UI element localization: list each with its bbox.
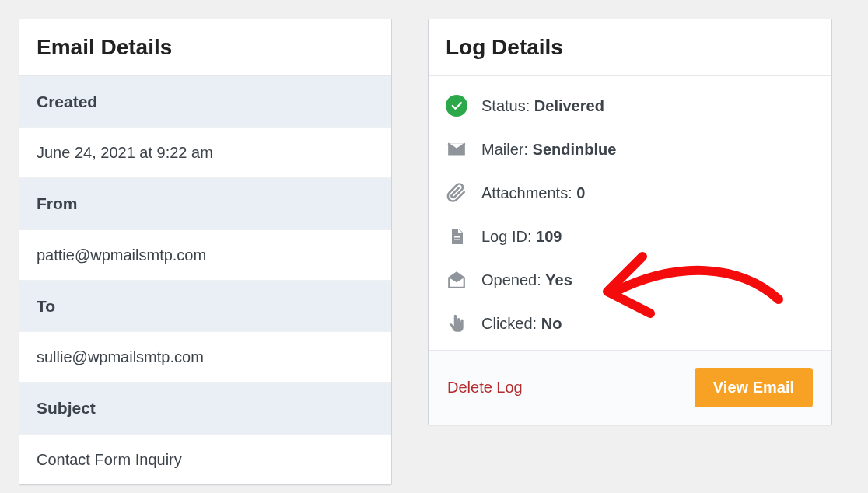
check-circle-icon [446,95,467,117]
mailer-text: Mailer: Sendinblue [481,141,616,159]
pointer-icon [446,313,467,334]
attachments-row: Attachments: 0 [446,171,814,215]
created-value: June 24, 2021 at 9:22 am [19,128,391,178]
paperclip-icon [446,182,467,204]
delete-log-link[interactable]: Delete Log [447,379,523,397]
from-label: From [19,178,391,229]
logid-row: Log ID: 109 [446,215,814,258]
created-label: Created [19,76,391,128]
envelope-open-icon [446,269,467,291]
email-details-title: Email Details [19,19,391,76]
clicked-row: Clicked: No [446,302,814,345]
status-row: Status: Delivered [446,84,814,128]
file-icon [446,226,467,247]
email-details-panel: Email Details Created June 24, 2021 at 9… [19,19,392,485]
opened-text: Opened: Yes [481,271,572,289]
mailer-row: Mailer: Sendinblue [446,128,814,171]
to-label: To [19,281,391,332]
attachments-text: Attachments: 0 [481,184,585,202]
log-footer: Delete Log View Email [429,350,831,425]
log-details-body: Status: Delivered Mailer: Sendinblue Att… [429,76,831,350]
subject-value: Contact Form Inquiry [19,435,391,484]
subject-label: Subject [19,383,391,434]
view-email-button[interactable]: View Email [695,368,813,407]
log-details-title: Log Details [429,19,831,76]
from-value: pattie@wpmailsmtp.com [19,230,391,281]
to-value: sullie@wpmailsmtp.com [19,332,391,383]
clicked-text: Clicked: No [481,315,562,333]
opened-row: Opened: Yes [446,258,814,302]
logid-text: Log ID: 109 [481,228,562,246]
log-details-panel: Log Details Status: Delivered Mailer: Se… [428,19,832,425]
envelope-icon [446,138,467,160]
status-text: Status: Delivered [481,97,604,115]
